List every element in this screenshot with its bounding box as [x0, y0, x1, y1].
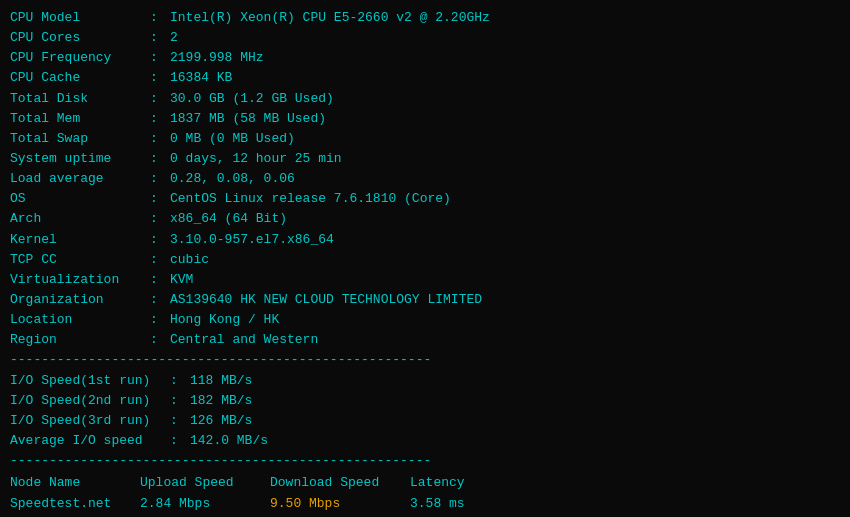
sysinfo-value: KVM	[170, 270, 193, 290]
sysinfo-sep: :	[150, 189, 170, 209]
sysinfo-row: System uptime : 0 days, 12 hour 25 min	[10, 149, 840, 169]
sysinfo-label: Kernel	[10, 230, 150, 250]
sysinfo-row: CPU Model : Intel(R) Xeon(R) CPU E5-2660…	[10, 8, 840, 28]
sysinfo-value: cubic	[170, 250, 209, 270]
sysinfo-row: Arch : x86_64 (64 Bit)	[10, 209, 840, 229]
sysinfo-value: 16384 KB	[170, 68, 232, 88]
sysinfo-label: CPU Cache	[10, 68, 150, 88]
net-node: Speedtest.net	[10, 494, 140, 515]
sysinfo-row: Location : Hong Kong / HK	[10, 310, 840, 330]
divider-2: ----------------------------------------…	[10, 451, 840, 471]
sysinfo-row: Kernel : 3.10.0-957.el7.x86_64	[10, 230, 840, 250]
sysinfo-label: System uptime	[10, 149, 150, 169]
io-label: I/O Speed(1st run)	[10, 371, 170, 391]
sysinfo-value: 2199.998 MHz	[170, 48, 264, 68]
sysinfo-value: 3.10.0-957.el7.x86_64	[170, 230, 334, 250]
sysinfo-sep: :	[150, 149, 170, 169]
sysinfo-row: TCP CC : cubic	[10, 250, 840, 270]
col-header-upload: Upload Speed	[140, 473, 270, 494]
sysinfo-label: Region	[10, 330, 150, 350]
sysinfo-row: Virtualization : KVM	[10, 270, 840, 290]
sysinfo-sep: :	[150, 250, 170, 270]
sysinfo-sep: :	[150, 169, 170, 189]
table-header: Node Name Upload Speed Download Speed La…	[10, 473, 840, 494]
sysinfo-sep: :	[150, 209, 170, 229]
sysinfo-label: Total Mem	[10, 109, 150, 129]
io-label: Average I/O speed	[10, 431, 170, 451]
io-value: 118 MB/s	[190, 371, 252, 391]
net-latency: 3.58 ms	[410, 494, 510, 515]
io-value: 182 MB/s	[190, 391, 252, 411]
sysinfo-sep: :	[150, 129, 170, 149]
io-sep: :	[170, 391, 190, 411]
sysinfo-value: 2	[170, 28, 178, 48]
sysinfo-sep: :	[150, 230, 170, 250]
sysinfo-sep: :	[150, 68, 170, 88]
col-header-download: Download Speed	[270, 473, 410, 494]
network-table: Node Name Upload Speed Download Speed La…	[10, 473, 840, 517]
sysinfo-label: Load average	[10, 169, 150, 189]
io-section: I/O Speed(1st run) : 118 MB/s I/O Speed(…	[10, 371, 840, 452]
sysinfo-sep: :	[150, 310, 170, 330]
col-header-node: Node Name	[10, 473, 140, 494]
sysinfo-value: 1837 MB (58 MB Used)	[170, 109, 326, 129]
divider-1: ----------------------------------------…	[10, 350, 840, 370]
sysinfo-sep: :	[150, 109, 170, 129]
sysinfo-label: CPU Frequency	[10, 48, 150, 68]
sysinfo-label: Arch	[10, 209, 150, 229]
sysinfo-label: Total Disk	[10, 89, 150, 109]
sysinfo-sep: :	[150, 8, 170, 28]
net-upload: 2.84 Mbps	[140, 494, 270, 515]
sysinfo-row: Load average : 0.28, 0.08, 0.06	[10, 169, 840, 189]
sysinfo-row: Total Swap : 0 MB (0 MB Used)	[10, 129, 840, 149]
sysinfo-label: Location	[10, 310, 150, 330]
sysinfo-value: CentOS Linux release 7.6.1810 (Core)	[170, 189, 451, 209]
sysinfo-value: 0 days, 12 hour 25 min	[170, 149, 342, 169]
io-sep: :	[170, 431, 190, 451]
sysinfo-row: Total Mem : 1837 MB (58 MB Used)	[10, 109, 840, 129]
sysinfo-label: CPU Cores	[10, 28, 150, 48]
sysinfo-value: Hong Kong / HK	[170, 310, 279, 330]
io-row: I/O Speed(3rd run) : 126 MB/s	[10, 411, 840, 431]
sysinfo-sep: :	[150, 330, 170, 350]
col-header-latency: Latency	[410, 473, 510, 494]
sysinfo-row: CPU Cache : 16384 KB	[10, 68, 840, 88]
io-row: I/O Speed(2nd run) : 182 MB/s	[10, 391, 840, 411]
sysinfo-label: TCP CC	[10, 250, 150, 270]
io-value: 126 MB/s	[190, 411, 252, 431]
sysinfo-sep: :	[150, 270, 170, 290]
sysinfo-section: CPU Model : Intel(R) Xeon(R) CPU E5-2660…	[10, 8, 840, 350]
io-label: I/O Speed(3rd run)	[10, 411, 170, 431]
sysinfo-value: Intel(R) Xeon(R) CPU E5-2660 v2 @ 2.20GH…	[170, 8, 490, 28]
sysinfo-value: 0.28, 0.08, 0.06	[170, 169, 295, 189]
io-row: Average I/O speed : 142.0 MB/s	[10, 431, 840, 451]
sysinfo-row: CPU Frequency : 2199.998 MHz	[10, 48, 840, 68]
network-row: Speedtest.net 2.84 Mbps 9.50 Mbps 3.58 m…	[10, 494, 840, 515]
sysinfo-row: Total Disk : 30.0 GB (1.2 GB Used)	[10, 89, 840, 109]
net-download: 9.50 Mbps	[270, 494, 410, 515]
sysinfo-sep: :	[150, 48, 170, 68]
sysinfo-label: OS	[10, 189, 150, 209]
sysinfo-value: AS139640 HK NEW CLOUD TECHNOLOGY LIMITED	[170, 290, 482, 310]
io-row: I/O Speed(1st run) : 118 MB/s	[10, 371, 840, 391]
sysinfo-label: Virtualization	[10, 270, 150, 290]
sysinfo-label: Organization	[10, 290, 150, 310]
sysinfo-row: OS : CentOS Linux release 7.6.1810 (Core…	[10, 189, 840, 209]
sysinfo-sep: :	[150, 89, 170, 109]
sysinfo-row: Organization : AS139640 HK NEW CLOUD TEC…	[10, 290, 840, 310]
sysinfo-value: Central and Western	[170, 330, 318, 350]
sysinfo-row: Region : Central and Western	[10, 330, 840, 350]
sysinfo-label: Total Swap	[10, 129, 150, 149]
io-sep: :	[170, 371, 190, 391]
sysinfo-value: 0 MB (0 MB Used)	[170, 129, 295, 149]
sysinfo-value: 30.0 GB (1.2 GB Used)	[170, 89, 334, 109]
sysinfo-sep: :	[150, 290, 170, 310]
io-sep: :	[170, 411, 190, 431]
sysinfo-sep: :	[150, 28, 170, 48]
network-rows: Speedtest.net 2.84 Mbps 9.50 Mbps 3.58 m…	[10, 494, 840, 517]
sysinfo-label: CPU Model	[10, 8, 150, 28]
sysinfo-row: CPU Cores : 2	[10, 28, 840, 48]
io-label: I/O Speed(2nd run)	[10, 391, 170, 411]
io-value: 142.0 MB/s	[190, 431, 268, 451]
sysinfo-value: x86_64 (64 Bit)	[170, 209, 287, 229]
